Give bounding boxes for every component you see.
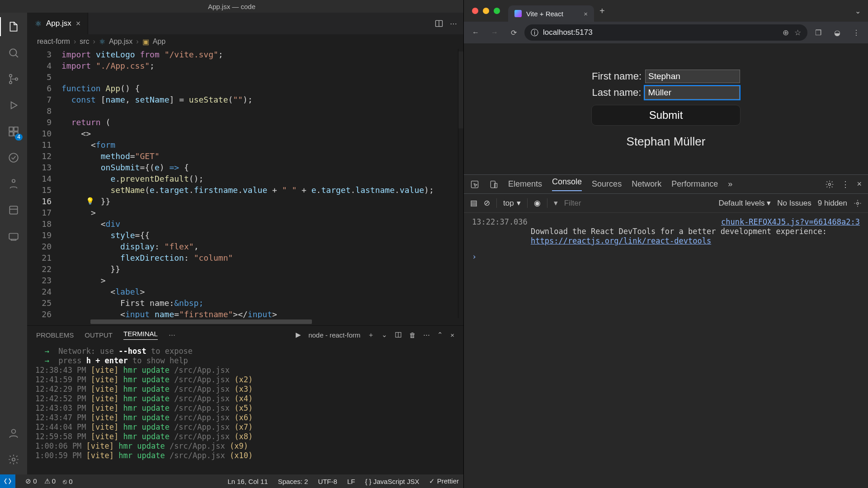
rendered-app: First name: Last name: Submit Stephan Mü… (464, 43, 868, 174)
source-control-icon[interactable] (6, 71, 21, 87)
svg-point-20 (857, 202, 859, 204)
status-spaces[interactable]: Spaces: 2 (278, 478, 308, 485)
bookmark-icon[interactable]: ☆ (794, 28, 801, 38)
browser-tab[interactable]: Vite + React × (508, 5, 594, 22)
panel-more2-icon[interactable]: ⋯ (423, 331, 430, 339)
reload-button[interactable]: ⟳ (505, 24, 522, 41)
terminal-task[interactable]: node - react-form (308, 331, 360, 339)
panel-max-icon[interactable]: ⌃ (437, 331, 443, 339)
tabs-dropdown-icon[interactable]: ⌄ (848, 7, 868, 15)
last-name-input[interactable] (645, 86, 740, 99)
vite-favicon-icon (514, 10, 522, 17)
split-editor-icon[interactable] (434, 19, 443, 28)
panel-more-icon[interactable]: ⋯ (169, 331, 175, 339)
window-controls[interactable] (464, 8, 508, 14)
status-prettier[interactable]: ✓ Prettier (429, 477, 459, 485)
console-issues[interactable]: No Issues (777, 199, 811, 208)
log-link[interactable]: https://reactjs.org/link/react-devtools (531, 236, 711, 245)
vscode-window: App.jsx — code 4 ⚛ App.jsx × (0, 0, 463, 488)
console-settings-icon[interactable] (854, 199, 862, 207)
code-editor[interactable]: 3 4 5 6 7 8 9 10 11 12 13 14 15 16 17 18… (27, 49, 463, 318)
log-source-link[interactable]: chunk-REFQX4J5.js?v=661468a2:3 (721, 217, 860, 226)
explorer-icon[interactable] (6, 19, 21, 34)
address-bar[interactable]: ⓘ localhost:5173 ⊕ ☆ (524, 24, 807, 41)
devtools-tab-elements[interactable]: Elements (508, 179, 542, 189)
activity-extra-icon[interactable] (6, 150, 21, 165)
status-lncol[interactable]: Ln 16, Col 11 (227, 478, 268, 485)
extensions-icon[interactable]: 4 (6, 124, 21, 139)
devtools-tab-performance[interactable]: Performance (671, 179, 718, 189)
devtools-tab-network[interactable]: Network (632, 179, 661, 189)
tab-app-jsx[interactable]: ⚛ App.jsx × (27, 13, 88, 34)
terminal-split-icon[interactable] (395, 331, 402, 338)
console-sidebar-icon[interactable]: ▤ (470, 198, 477, 208)
status-errors[interactable]: ⊘ 0 (25, 477, 37, 485)
accounts-icon[interactable] (6, 426, 21, 441)
console-context[interactable]: top ▾ (496, 198, 521, 208)
minimap[interactable] (458, 49, 463, 318)
activity-extra4-icon[interactable] (6, 229, 21, 244)
panel-close-icon[interactable]: × (450, 331, 454, 339)
panel-tab-output[interactable]: OUTPUT (85, 331, 113, 339)
svg-point-19 (829, 183, 831, 185)
live-expression-icon[interactable]: ◉ (527, 198, 541, 208)
name-output: Stephan Müller (627, 135, 706, 149)
nav-forward-button[interactable]: → (486, 24, 503, 41)
status-eol[interactable]: LF (347, 478, 355, 485)
terminal-new-icon[interactable]: ＋ (368, 331, 374, 339)
console-levels[interactable]: Default levels ▾ (718, 198, 771, 208)
devtools-menu-icon[interactable]: ⋮ (841, 179, 849, 189)
url-text: localhost:5173 (543, 28, 593, 37)
terminal[interactable]: → Network: use --host to expose → press … (27, 344, 463, 474)
chrome-tabstrip: Vite + React × + ⌄ (464, 0, 868, 22)
devtools-more-tabs-icon[interactable]: » (728, 179, 732, 189)
submit-button[interactable]: Submit (591, 105, 741, 126)
devtools-tab-console[interactable]: Console (552, 177, 582, 191)
filter-icon: ▾ (547, 198, 558, 208)
terminal-launch-icon[interactable]: ▶ (296, 331, 301, 339)
tab-label: App.jsx (46, 19, 71, 28)
activity-extra2-icon[interactable] (6, 176, 21, 192)
devtools-inspect-icon[interactable] (470, 180, 479, 189)
svg-point-3 (15, 78, 18, 80)
extensions-puzzle-icon[interactable]: ❐ (810, 24, 826, 41)
tab-close-icon[interactable]: × (584, 10, 588, 18)
console-output[interactable]: 13:22:37.036 chunk-REFQX4J5.js?v=661468a… (464, 213, 868, 488)
trash-icon[interactable]: 🗑 (409, 331, 416, 339)
search-icon[interactable] (6, 45, 21, 61)
console-filter-input[interactable] (564, 199, 660, 208)
devtools-device-icon[interactable] (489, 180, 498, 189)
new-tab-button[interactable]: + (594, 6, 610, 16)
status-ports[interactable]: ⎋ 0 (63, 478, 73, 485)
settings-gear-icon[interactable] (6, 452, 21, 467)
breadcrumb[interactable]: react-form› src› ⚛App.jsx› ▣App (27, 34, 463, 49)
tab-title: Vite + React (526, 10, 563, 18)
more-icon[interactable]: ⋯ (450, 19, 457, 28)
console-hidden[interactable]: 9 hidden (818, 199, 847, 208)
first-name-input[interactable] (645, 70, 740, 83)
remote-indicator[interactable] (0, 474, 15, 488)
svg-rect-10 (9, 206, 17, 214)
activity-extra3-icon[interactable] (6, 202, 21, 218)
svg-point-12 (12, 429, 16, 433)
run-debug-icon[interactable] (6, 98, 21, 113)
panel-tab-terminal[interactable]: TERMINAL (123, 330, 158, 340)
status-enc[interactable]: UTF-8 (318, 478, 337, 485)
zoom-icon[interactable]: ⊕ (783, 28, 789, 38)
status-lang[interactable]: { } JavaScript JSX (365, 478, 419, 485)
status-warnings[interactable]: ⚠ 0 (44, 477, 56, 485)
nav-back-button[interactable]: ← (467, 24, 484, 41)
profile-icon[interactable]: ◒ (829, 24, 845, 41)
close-icon[interactable]: × (76, 19, 81, 28)
site-info-icon[interactable]: ⓘ (531, 28, 538, 38)
editor-hscroll[interactable] (27, 318, 463, 325)
chevron-down-icon[interactable]: ⌄ (382, 331, 387, 339)
chrome-window: Vite + React × + ⌄ ← → ⟳ ⓘ localhost:517… (463, 0, 868, 488)
devtools-settings-icon[interactable] (825, 180, 834, 189)
chrome-menu-icon[interactable]: ⋮ (848, 24, 864, 41)
svg-rect-18 (495, 183, 497, 188)
panel-tab-problems[interactable]: PROBLEMS (36, 331, 74, 339)
devtools-close-icon[interactable]: × (857, 179, 862, 189)
console-clear-icon[interactable]: ⊘ (484, 198, 490, 208)
devtools-tab-sources[interactable]: Sources (592, 179, 622, 189)
